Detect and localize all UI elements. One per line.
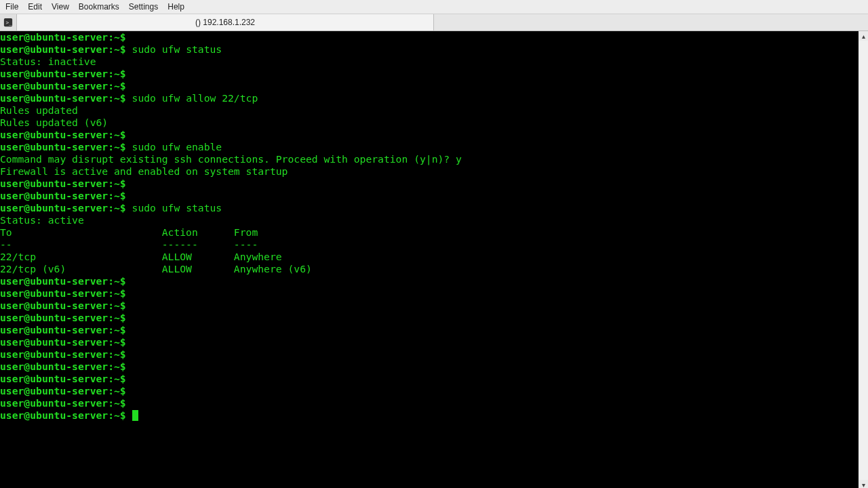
prompt-separator: : xyxy=(108,361,114,372)
prompt-separator: : xyxy=(108,178,114,189)
terminal[interactable]: user@ubuntu-server:~$ user@ubuntu-server… xyxy=(0,31,859,488)
scroll-up-icon[interactable]: ▴ xyxy=(859,31,868,41)
prompt-path: ~ xyxy=(114,385,120,396)
prompt-symbol: $ xyxy=(120,287,126,299)
prompt-path: ~ xyxy=(114,190,120,201)
prompt-path: ~ xyxy=(114,129,120,140)
menu-settings[interactable]: Settings xyxy=(129,2,158,12)
prompt-path: ~ xyxy=(114,178,120,189)
prompt-user: user@ubuntu-server xyxy=(0,80,108,92)
prompt-symbol: $ xyxy=(120,300,126,311)
prompt-symbol: $ xyxy=(120,68,126,79)
prompt-user: user@ubuntu-server xyxy=(0,373,108,384)
prompt-path: ~ xyxy=(114,275,120,287)
terminal-output-line: -- ------ ---- xyxy=(0,239,859,251)
prompt-separator: : xyxy=(108,300,114,311)
prompt-separator: : xyxy=(108,80,114,92)
prompt-user: user@ubuntu-server xyxy=(0,361,108,372)
prompt-symbol: $ xyxy=(120,31,126,43)
menu-help[interactable]: Help xyxy=(167,2,184,12)
terminal-line: user@ubuntu-server:~$ xyxy=(0,397,859,409)
prompt-symbol: $ xyxy=(120,312,126,323)
command-text: sudo ufw enable xyxy=(132,141,222,152)
command-text: sudo ufw allow 22/tcp xyxy=(132,92,258,104)
prompt-path: ~ xyxy=(114,31,120,43)
tabbar: >_ () 192.168.1.232 xyxy=(0,14,868,31)
tab-session[interactable]: () 192.168.1.232 xyxy=(17,14,434,30)
prompt-user: user@ubuntu-server xyxy=(0,348,108,360)
terminal-line: user@ubuntu-server:~$ xyxy=(0,373,859,385)
prompt-symbol: $ xyxy=(120,275,126,287)
terminal-icon[interactable]: >_ xyxy=(0,14,17,30)
scrollbar[interactable]: ▴ ▾ xyxy=(859,31,868,488)
terminal-line: user@ubuntu-server:~$ xyxy=(0,190,859,202)
terminal-output-line: Firewall is active and enabled on system… xyxy=(0,165,859,178)
terminal-output-line: Status: active xyxy=(0,214,859,226)
prompt-path: ~ xyxy=(114,300,120,311)
terminal-line: user@ubuntu-server:~$ xyxy=(0,129,859,141)
prompt-symbol: $ xyxy=(120,178,126,189)
terminal-cursor xyxy=(132,410,138,421)
menubar: File Edit View Bookmarks Settings Help xyxy=(0,0,868,14)
terminal-output-line: 22/tcp (v6) ALLOW Anywhere (v6) xyxy=(0,263,859,275)
terminal-line: user@ubuntu-server:~$ sudo ufw status xyxy=(0,43,859,56)
prompt-symbol: $ xyxy=(120,202,126,214)
terminal-line: user@ubuntu-server:~$ sudo ufw status xyxy=(0,202,859,214)
prompt-symbol: $ xyxy=(120,92,126,104)
command-text: sudo ufw status xyxy=(132,202,222,214)
prompt-path: ~ xyxy=(114,92,120,104)
prompt-path: ~ xyxy=(114,80,120,92)
prompt-symbol: $ xyxy=(120,129,126,140)
svg-text:>_: >_ xyxy=(6,20,13,26)
scrollbar-track[interactable] xyxy=(859,41,868,480)
prompt-separator: : xyxy=(108,68,114,79)
prompt-path: ~ xyxy=(114,397,120,409)
prompt-user: user@ubuntu-server xyxy=(0,300,108,311)
prompt-path: ~ xyxy=(114,336,120,348)
terminal-line: user@ubuntu-server:~$ xyxy=(0,312,859,324)
scroll-down-icon[interactable]: ▾ xyxy=(859,480,868,488)
prompt-separator: : xyxy=(108,202,114,214)
prompt-user: user@ubuntu-server xyxy=(0,129,108,140)
prompt-user: user@ubuntu-server xyxy=(0,92,108,104)
prompt-separator: : xyxy=(108,31,114,43)
prompt-user: user@ubuntu-server xyxy=(0,275,108,287)
terminal-line: user@ubuntu-server:~$ xyxy=(0,336,859,348)
terminal-line: user@ubuntu-server:~$ xyxy=(0,287,859,300)
menu-file[interactable]: File xyxy=(5,2,18,12)
prompt-path: ~ xyxy=(114,287,120,299)
prompt-separator: : xyxy=(108,324,114,336)
prompt-path: ~ xyxy=(114,43,120,55)
terminal-line: user@ubuntu-server:~$ xyxy=(0,31,859,43)
menu-edit[interactable]: Edit xyxy=(28,2,42,12)
prompt-path: ~ xyxy=(114,68,120,79)
prompt-path: ~ xyxy=(114,373,120,384)
prompt-separator: : xyxy=(108,92,114,104)
prompt-user: user@ubuntu-server xyxy=(0,312,108,323)
prompt-separator: : xyxy=(108,336,114,348)
command-text: sudo ufw status xyxy=(132,43,222,55)
prompt-user: user@ubuntu-server xyxy=(0,287,108,299)
prompt-user: user@ubuntu-server xyxy=(0,409,108,421)
prompt-symbol: $ xyxy=(120,336,126,348)
prompt-symbol: $ xyxy=(120,324,126,336)
terminal-line: user@ubuntu-server:~$ sudo ufw allow 22/… xyxy=(0,92,859,104)
prompt-symbol: $ xyxy=(120,80,126,92)
terminal-line: user@ubuntu-server:~$ xyxy=(0,348,859,361)
terminal-output-line: Command may disrupt existing ssh connect… xyxy=(0,153,859,165)
menu-bookmarks[interactable]: Bookmarks xyxy=(79,2,119,12)
terminal-line: user@ubuntu-server:~$ sudo ufw enable xyxy=(0,141,859,153)
prompt-separator: : xyxy=(108,409,114,421)
prompt-symbol: $ xyxy=(120,43,126,55)
terminal-line: user@ubuntu-server:~$ xyxy=(0,409,859,422)
prompt-separator: : xyxy=(108,190,114,201)
prompt-user: user@ubuntu-server xyxy=(0,141,108,152)
prompt-separator: : xyxy=(108,43,114,55)
terminal-output-line: Rules updated xyxy=(0,104,859,117)
prompt-path: ~ xyxy=(114,348,120,360)
menu-view[interactable]: View xyxy=(52,2,69,12)
prompt-user: user@ubuntu-server xyxy=(0,190,108,201)
prompt-user: user@ubuntu-server xyxy=(0,202,108,214)
terminal-output-line: To Action From xyxy=(0,226,859,239)
terminal-line: user@ubuntu-server:~$ xyxy=(0,361,859,373)
